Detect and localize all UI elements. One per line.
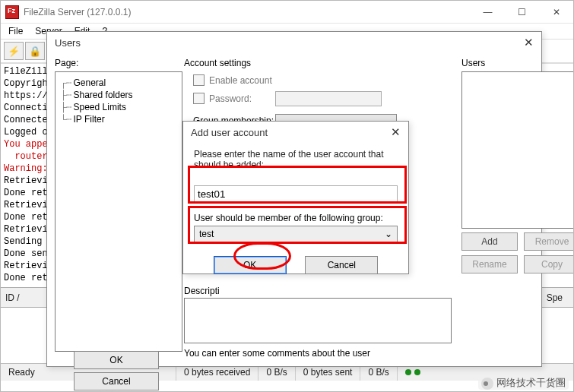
add-user-ok-button[interactable]: OK — [214, 256, 287, 274]
filezilla-icon — [5, 5, 19, 19]
users-dialog-close-icon[interactable]: ✕ — [524, 36, 534, 49]
lock-icon[interactable]: 🔒 — [25, 42, 45, 60]
chevron-down-icon: ⌄ — [385, 229, 392, 239]
group-label: User should be member of the following g… — [194, 213, 398, 223]
id-col: ID / — [5, 292, 20, 303]
close-button[interactable]: ✕ — [539, 1, 573, 23]
watermark: 网络技术干货圈 — [478, 376, 569, 390]
add-button[interactable]: Add — [461, 232, 518, 251]
add-user-title: Add user account — [191, 127, 268, 138]
add-user-cancel-button[interactable]: Cancel — [305, 256, 378, 274]
users-dialog-title: Users — [55, 37, 81, 49]
users-list-label: Users — [461, 58, 485, 68]
description-label: Descripti — [184, 286, 220, 296]
account-name-input[interactable] — [194, 185, 398, 202]
main-title: FileZilla Server (127.0.0.1) — [24, 7, 131, 17]
spd-col: Spe — [540, 292, 569, 303]
description-hint: You can enter some comments about the us… — [184, 348, 370, 359]
rename-button[interactable]: Rename — [461, 255, 518, 273]
add-user-title-bar: Add user account ✕ — [183, 122, 408, 143]
password-label: Password: — [209, 93, 252, 104]
page-label: Page: — [55, 58, 78, 68]
description-textarea[interactable] — [184, 298, 452, 343]
bolt-icon[interactable]: ⚡ — [4, 42, 24, 60]
password-input[interactable] — [275, 91, 382, 106]
tree-shared-folders[interactable]: Shared folders — [74, 90, 133, 100]
window-controls: — ☐ ✕ — [471, 1, 573, 23]
menu-file[interactable]: File — [4, 26, 27, 36]
add-user-close-icon[interactable]: ✕ — [391, 125, 401, 139]
wechat-icon — [481, 378, 493, 390]
tree-speed-limits[interactable]: Speed Limits — [74, 102, 126, 112]
users-ok-button[interactable]: OK — [74, 351, 159, 369]
enable-account-label: Enable account — [209, 75, 272, 86]
group-combo-value: test — [199, 229, 214, 239]
users-dialog-title-bar: Users ✕ — [47, 32, 541, 53]
users-cancel-button[interactable]: Cancel — [74, 372, 159, 390]
minimize-button[interactable]: — — [471, 1, 505, 23]
tree-ip-filter[interactable]: IP Filter — [74, 114, 105, 125]
copy-button[interactable]: Copy — [524, 255, 574, 273]
add-user-prompt: Please enter the name of the user accoun… — [194, 149, 398, 170]
account-settings-label: Account settings — [184, 58, 251, 68]
remove-button[interactable]: Remove — [524, 232, 574, 251]
group-combo[interactable]: test ⌄ — [194, 226, 398, 242]
tree-general[interactable]: General — [74, 77, 106, 88]
add-user-dialog: Add user account ✕ Please enter the name… — [182, 121, 409, 274]
users-listbox[interactable] — [461, 71, 574, 229]
main-title-bar: FileZilla Server (127.0.0.1) — ☐ ✕ — [1, 1, 573, 24]
page-tree[interactable]: ┌┄General ├┄Shared folders ├┄Speed Limit… — [55, 71, 182, 352]
password-checkbox[interactable] — [193, 93, 205, 104]
maximize-button[interactable]: ☐ — [505, 1, 539, 23]
enable-account-checkbox[interactable] — [193, 74, 205, 86]
